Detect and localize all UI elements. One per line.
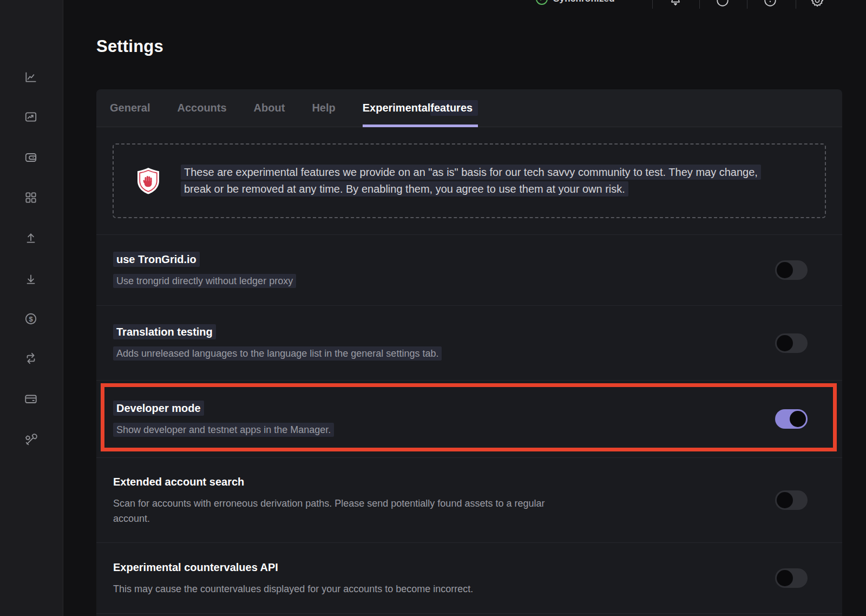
sync-label: Synchronized: [553, 0, 615, 4]
toggle-knob: [777, 570, 793, 586]
card-icon[interactable]: [24, 392, 38, 406]
accounts-wallet-icon[interactable]: [24, 150, 38, 165]
feature-description: Adds unreleased languages to the languag…: [113, 346, 442, 361]
feature-description: This may cause the countervalues display…: [113, 581, 473, 597]
portfolio-icon[interactable]: [24, 70, 38, 84]
feature-row-developer-mode: Developer mode Show developer and testne…: [96, 380, 842, 457]
topbar-divider: [747, 0, 747, 9]
tab-general[interactable]: General: [110, 89, 150, 127]
feature-title: use TronGrid.io: [113, 252, 296, 266]
experimental-warning-banner: These are experimental features we provi…: [113, 143, 826, 218]
toggle-knob: [777, 262, 793, 278]
tab-accounts[interactable]: Accounts: [177, 89, 226, 127]
sync-status[interactable]: ✓ Synchronized: [536, 0, 615, 5]
feature-title: Extended account search: [113, 475, 546, 489]
tab-experimental-features[interactable]: Experimental features: [363, 89, 478, 127]
toggle-extended-account-search[interactable]: [775, 490, 808, 510]
feature-title: Experimental countervalues API: [113, 560, 473, 574]
discover-apps-icon[interactable]: [24, 191, 38, 205]
sidebar: $: [0, 0, 63, 616]
settings-gear-icon[interactable]: [810, 0, 824, 8]
tab-help[interactable]: Help: [312, 89, 335, 127]
feature-title: Developer mode: [113, 401, 334, 415]
topbar: ✓ Synchronized: [63, 0, 866, 13]
send-icon[interactable]: [24, 231, 38, 245]
settings-card: General Accounts About Help Experimental…: [96, 89, 842, 616]
topbar-divider: [796, 0, 796, 9]
feature-description: Show developer and testnet apps in the M…: [113, 422, 334, 437]
info-icon[interactable]: [763, 0, 777, 8]
feature-description: Use trongrid directly without ledger pro…: [113, 273, 296, 289]
topbar-divider: [652, 0, 653, 9]
feature-list: use TronGrid.io Use trongrid directly wi…: [96, 234, 842, 614]
toggle-translation-testing[interactable]: [775, 333, 808, 353]
market-icon[interactable]: [24, 110, 38, 124]
experimental-tools-icon[interactable]: [24, 433, 38, 447]
help-icon[interactable]: [716, 0, 730, 8]
feature-row-extended-account-search: Extended account search Scan for account…: [96, 457, 842, 542]
sync-check-icon: ✓: [536, 0, 548, 5]
toggle-knob: [777, 492, 793, 508]
buy-sell-icon[interactable]: $: [24, 312, 38, 326]
tab-about[interactable]: About: [254, 89, 285, 127]
swap-icon[interactable]: [24, 351, 38, 365]
feature-title: Translation testing: [113, 325, 442, 339]
topbar-divider: [699, 0, 700, 9]
experimental-warning-text: These are experimental features we provi…: [181, 164, 765, 198]
toggle-knob: [777, 335, 793, 351]
toggle-trongrid[interactable]: [775, 260, 808, 280]
page-title: Settings: [96, 37, 163, 56]
feature-description: Scan for accounts with erroneous derivat…: [113, 496, 546, 526]
shield-hand-icon: [135, 167, 161, 195]
toggle-countervalues-api[interactable]: [775, 568, 808, 588]
settings-tabs: General Accounts About Help Experimental…: [96, 89, 842, 127]
feature-row-countervalues-api: Experimental countervalues API This may …: [96, 542, 842, 613]
feature-row-translation-testing: Translation testing Adds unreleased lang…: [96, 305, 842, 380]
receive-icon[interactable]: [24, 272, 38, 286]
bell-icon[interactable]: [668, 0, 683, 8]
feature-row-trongrid: use TronGrid.io Use trongrid directly wi…: [96, 234, 842, 305]
toggle-knob: [790, 411, 806, 427]
svg-text:$: $: [29, 315, 33, 323]
toggle-developer-mode[interactable]: [775, 409, 808, 429]
